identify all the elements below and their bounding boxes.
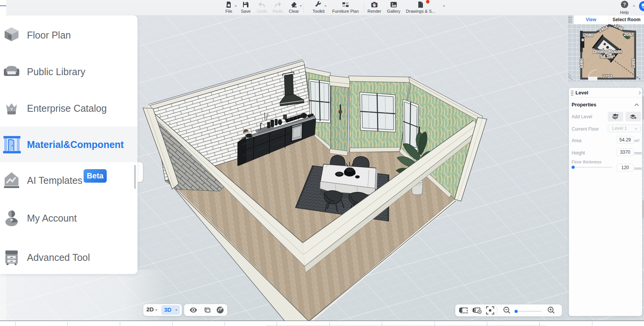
svg-text:6490: 6490 bbox=[579, 59, 584, 68]
svg-text:Dining Room: Dining Room bbox=[593, 49, 622, 54]
svg-text:54.1m²: 54.1m² bbox=[600, 54, 615, 59]
svg-text:7703: 7703 bbox=[603, 74, 612, 79]
svg-text:?: ? bbox=[623, 2, 626, 7]
svg-text:2042: 2042 bbox=[624, 32, 633, 37]
svg-text:6987: 6987 bbox=[631, 59, 636, 68]
svg-text:2080: 2080 bbox=[584, 33, 593, 37]
svg-text:v: v bbox=[10, 106, 13, 111]
